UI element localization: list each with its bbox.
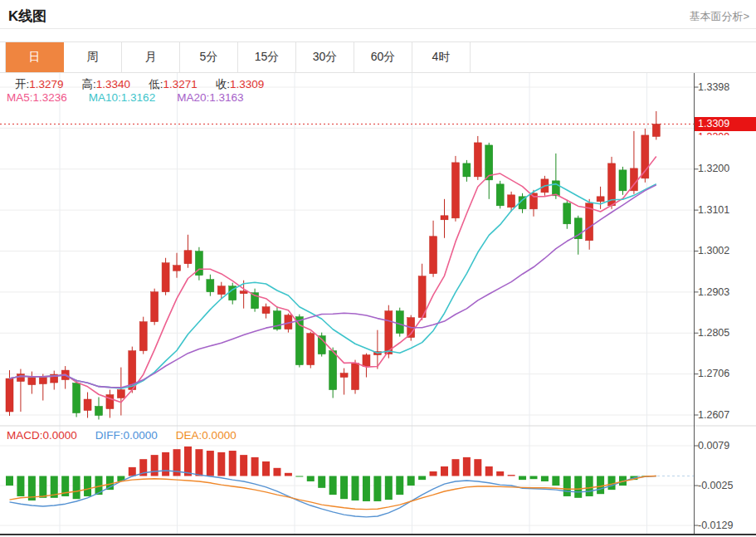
ma-item-0: MA5:1.3236 [7,91,67,104]
ma-item-2: MA20:1.3163 [177,91,243,104]
price-tick-7: 1.2607 [698,409,754,422]
ma-legend: MA5:1.3236MA10:1.3162MA20:1.3163 [7,91,243,104]
ohlc-item-3: 收:1.3309 [216,77,265,92]
price-tick-1: 1.3200 [698,163,754,175]
price-tick-2: 1.3101 [698,204,754,217]
ma-item-1: MA10:1.3162 [89,91,155,104]
ohlc-item-0: 开:1.3279 [15,77,64,92]
ohlc-legend: 开:1.3279高:1.3340低:1.3271收:1.3309 [15,77,264,92]
price-tick-6: 1.2706 [698,368,754,380]
ohlc-item-1: 高:1.3340 [82,77,131,92]
price-tick-0: 1.3398 [698,81,754,94]
ohlc-item-2: 低:1.3271 [149,77,198,92]
macd-item-1: DIFF:0.0000 [95,429,158,442]
price-tick-4: 1.2903 [698,286,754,299]
kline-widget: K线图 基本面分析> 日周月5分15分30分60分4时 开:1.3279高:1.… [0,0,756,537]
macd-item-0: MACD:0.0000 [7,429,77,442]
macd-legend: MACD:0.0000DIFF:0.0000DEA:0.0000 [7,429,237,442]
macd-tick-1: -0.0025 [698,480,754,492]
price-tick-5: 1.2805 [698,327,754,339]
current-price-badge: 1.3309 [695,117,756,131]
macd-tick-2: -0.0129 [698,520,754,532]
price-tick-3: 1.3002 [698,245,754,257]
macd-item-2: DEA:0.0000 [176,429,237,442]
occluded-price-label: 1.3309 [698,131,748,135]
macd-tick-0: 0.0079 [698,440,754,452]
